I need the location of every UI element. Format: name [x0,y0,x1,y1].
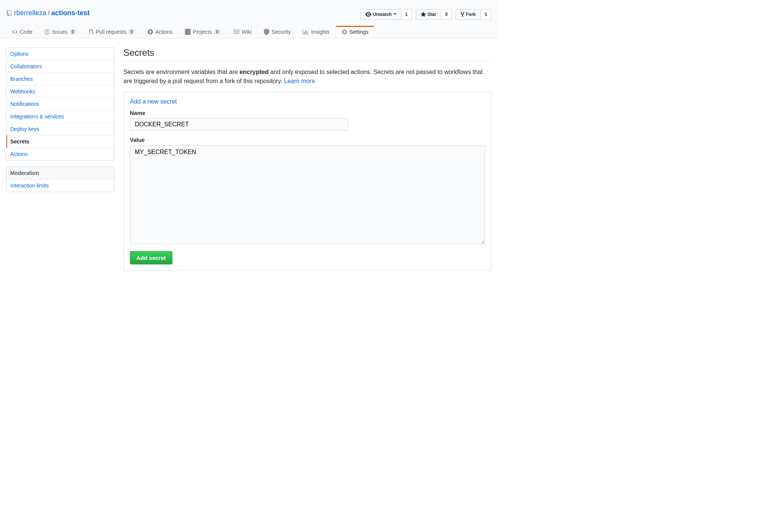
sidebar-item-actions[interactable]: Actions [6,148,114,160]
sidebar-item-secrets: Secrets [6,135,114,148]
fork-button[interactable]: Fork [456,9,481,20]
repo-icon [6,10,12,16]
secret-value-input[interactable]: MY_SECRET_TOKEN [130,145,485,244]
tab-actions[interactable]: Actions [142,26,179,38]
tab-projects[interactable]: Projects 0 [179,26,227,38]
eye-icon [365,11,371,17]
moderation-heading: Moderation [6,167,114,179]
sidebar-item-notifications[interactable]: Notifications [6,98,114,110]
unwatch-button[interactable]: Unwatch [360,9,401,20]
tab-security[interactable]: Security [258,26,297,38]
code-icon [12,29,17,35]
book-icon [233,29,239,35]
shield-icon [264,29,269,35]
intro-text: Secrets are environment variables that a… [123,68,491,86]
add-new-secret-link[interactable]: Add a new secret [130,98,177,105]
watch-count[interactable]: 1 [401,9,412,20]
add-secret-form: Add a new secret Name Value MY_SECRET_TO… [123,92,491,271]
settings-menu: Options Collaborators Branches Webhooks … [6,47,114,161]
tab-pull-requests[interactable]: Pull requests 0 [83,26,142,38]
gear-icon [342,29,347,35]
issue-icon [44,29,50,35]
star-button[interactable]: Star [416,9,441,20]
sidebar-item-branches[interactable]: Branches [6,73,114,85]
star-icon [421,11,426,17]
issues-count: 0 [69,29,77,35]
page-title: Secrets [123,47,491,58]
git-pull-request-icon [89,29,93,35]
learn-more-link[interactable]: Learn more [284,78,315,84]
moderation-menu: Moderation Interaction limits [6,167,114,192]
pulls-count: 0 [128,29,136,35]
add-secret-button[interactable]: Add secret [130,251,172,264]
sidebar-item-deploy-keys[interactable]: Deploy keys [6,123,114,135]
projects-count: 0 [213,29,221,35]
repo-owner-link[interactable]: rberrelleza [14,9,46,17]
secret-name-input[interactable] [130,118,348,131]
tab-issues[interactable]: Issues 0 [38,26,82,38]
sidebar-item-integrations[interactable]: Integrations & services [6,110,114,123]
tab-insights[interactable]: Insights [297,26,335,38]
fork-label: Fork [466,12,476,17]
tab-code[interactable]: Code [6,26,38,38]
sidebar-item-collaborators[interactable]: Collaborators [6,60,114,73]
name-label: Name [130,110,485,116]
star-count[interactable]: 0 [441,9,452,20]
unwatch-label: Unwatch [373,12,392,17]
value-label: Value [130,137,485,143]
sidebar-item-interaction-limits[interactable]: Interaction limits [6,179,114,192]
caret-down-icon [393,13,396,16]
repo-breadcrumb: rberrelleza / actions-test [6,9,90,17]
graph-icon [303,29,309,35]
fork-count[interactable]: 1 [481,9,491,20]
repo-tabs: Code Issues 0 Pull requests 0 Actions Pr… [0,26,497,38]
tab-wiki[interactable]: Wiki [227,26,257,38]
sidebar-item-options[interactable]: Options [6,48,114,60]
project-icon [185,29,191,35]
repo-name-link[interactable]: actions-test [51,9,90,17]
fork-icon [461,11,464,17]
star-label: Star [428,12,436,17]
play-icon [148,29,153,35]
sidebar-item-webhooks[interactable]: Webhooks [6,85,114,98]
tab-settings[interactable]: Settings [336,26,375,38]
